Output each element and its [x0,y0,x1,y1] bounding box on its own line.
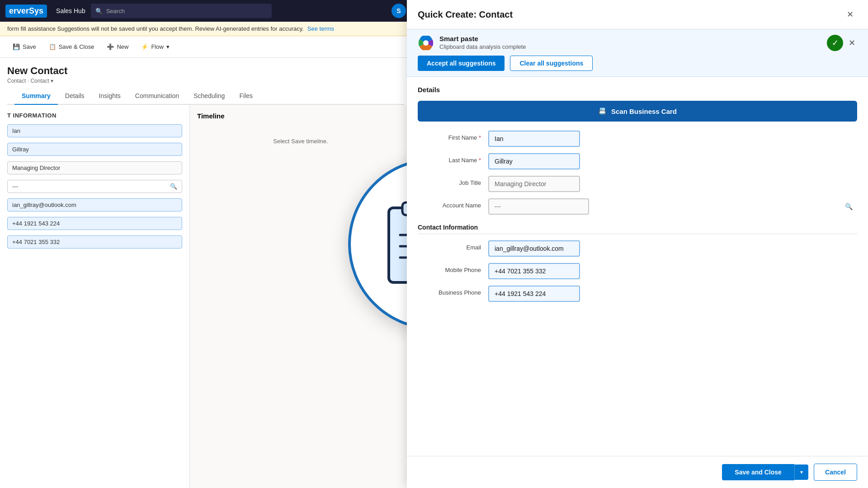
first-name-label: First Name * [418,131,481,141]
mobile-row: +44 7021 355 332 [7,235,182,249]
svg-point-13 [423,40,429,46]
mobile-field[interactable]: +44 7021 355 332 [7,235,182,249]
smart-paste-title: Smart paste [439,35,821,42]
last-name-label: Last Name * [418,153,481,164]
ai-assistance-bar: form fill assistance Suggestions will no… [0,22,411,36]
page-header: New Contact Contact · Contact ▾ Summary … [0,58,411,105]
job-title-label: Job Title [418,176,481,186]
flow-chevron-icon: ▾ [166,43,170,50]
quick-create-title: Quick Create: Contact [418,9,513,20]
flow-icon: ⚡ [141,43,148,50]
tab-communication[interactable]: Communication [128,88,186,105]
phone-field[interactable]: +44 1921 543 224 [7,217,182,230]
account-search-icon: 🔍 [845,203,853,210]
flow-button[interactable]: ⚡ Flow ▾ [136,41,175,53]
save-close-button[interactable]: 📋 Save & Close [43,41,100,53]
quick-create-footer: Save and Close ▾ Cancel [407,456,868,488]
scan-card-icon: 📇 [598,107,607,115]
smart-paste-close-button[interactable]: ✕ [847,36,857,50]
search-placeholder: Search [106,8,125,14]
quick-create-panel: Quick Create: Contact ✕ Smart paste Clip… [407,0,868,488]
email-input[interactable] [488,240,580,257]
topbar: erverSys Sales Hub 🔍 Search S [0,0,411,22]
email-form-row: Email [418,240,857,257]
email-label: Email [418,240,481,251]
save-close-group: Save and Close ▾ [722,464,808,480]
save-label: Save [23,43,36,50]
smart-paste-check-icon: ✓ [827,35,843,51]
job-title-field[interactable]: Managing Director [7,161,182,174]
job-title-wrapper [488,176,857,192]
quick-create-header: Quick Create: Contact ✕ [407,0,868,29]
app-logo: erverSys [5,5,47,18]
business-phone-wrapper [488,286,857,302]
tab-insights[interactable]: Insights [92,88,128,105]
business-phone-input[interactable] [488,286,580,302]
save-and-close-button[interactable]: Save and Close [722,464,794,480]
content-area: T INFORMATION Ian Gillray Managing Direc… [0,105,411,488]
copilot-icon [418,35,434,51]
smart-paste-top: Smart paste Clipboard data analysis comp… [418,35,857,51]
mobile-phone-input[interactable] [488,263,580,279]
avatar: S [392,4,406,18]
account-name-field[interactable]: --- 🔍 [7,180,182,193]
quick-create-close-button[interactable]: ✕ [843,7,857,22]
flow-label: Flow [151,43,163,50]
scan-card-label: Scan Business Card [611,108,677,115]
page-title: New Contact [7,65,404,77]
save-icon: 💾 [13,43,20,50]
smart-paste-actions: Accept all suggestions Clear all suggest… [418,56,857,71]
business-phone-form-row: Business Phone [418,286,857,302]
new-label: New [117,43,128,50]
scan-business-card-button[interactable]: 📇 Scan Business Card [418,101,857,122]
hub-label: Sales Hub [56,7,85,14]
save-close-dropdown-button[interactable]: ▾ [794,465,808,480]
tab-summary[interactable]: Summary [14,88,58,105]
new-button[interactable]: ➕ New [101,41,134,53]
email-row: ian_gillray@outlook.com [7,198,182,211]
ai-bar-link[interactable]: See terms [307,25,334,32]
search-bar[interactable]: 🔍 Search [91,4,272,18]
account-name-input[interactable] [488,198,589,215]
dropdown-chevron-icon: ▾ [800,469,803,475]
business-phone-label: Business Phone [418,286,481,296]
details-section-label: Details [418,86,857,94]
timeline-title: Timeline [197,112,404,120]
save-button[interactable]: 💾 Save [7,41,42,53]
first-name-wrapper [488,131,857,147]
first-name-input[interactable] [488,131,580,147]
job-title-input[interactable] [488,176,580,192]
clear-all-button[interactable]: Clear all suggestions [510,56,593,71]
accept-all-button[interactable]: Accept all suggestions [418,56,505,71]
cancel-button[interactable]: Cancel [814,464,857,481]
contact-info-section-label: Contact Information [418,224,857,234]
account-name-wrapper: 🔍 [488,198,857,215]
email-wrapper [488,240,857,257]
last-name-row: Gillray [7,143,182,156]
save-close-label: Save & Close [59,43,94,50]
first-name-form-row: First Name * [418,131,857,147]
last-name-form-row: Last Name * [418,153,857,169]
first-name-field[interactable]: Ian [7,124,182,137]
tab-files[interactable]: Files [232,88,260,105]
smart-paste-subtitle: Clipboard data analysis complete [439,43,821,50]
phone-row: +44 1921 543 224 [7,217,182,230]
section-title: T INFORMATION [7,112,182,119]
save-close-icon: 📋 [49,43,56,50]
tabs: Summary Details Insights Communication S… [7,88,404,105]
last-name-input[interactable] [488,153,580,169]
account-name-form-row: Account Name 🔍 [418,198,857,215]
last-name-field[interactable]: Gillray [7,143,182,156]
job-title-row: Managing Director [7,161,182,174]
email-field[interactable]: ian_gillray@outlook.com [7,198,182,211]
last-name-required: * [479,157,481,164]
mobile-phone-label: Mobile Phone [418,263,481,273]
job-title-form-row: Job Title [418,176,857,192]
ai-bar-text: form fill assistance Suggestions will no… [7,25,304,32]
toolbar: 💾 Save 📋 Save & Close ➕ New ⚡ Flow ▾ [0,36,411,58]
timeline-empty-message: Select Save timeline. [197,138,404,145]
account-name-label: Account Name [418,198,481,209]
smart-paste-banner: Smart paste Clipboard data analysis comp… [407,29,868,77]
tab-details[interactable]: Details [58,88,92,105]
tab-scheduling[interactable]: Scheduling [186,88,232,105]
